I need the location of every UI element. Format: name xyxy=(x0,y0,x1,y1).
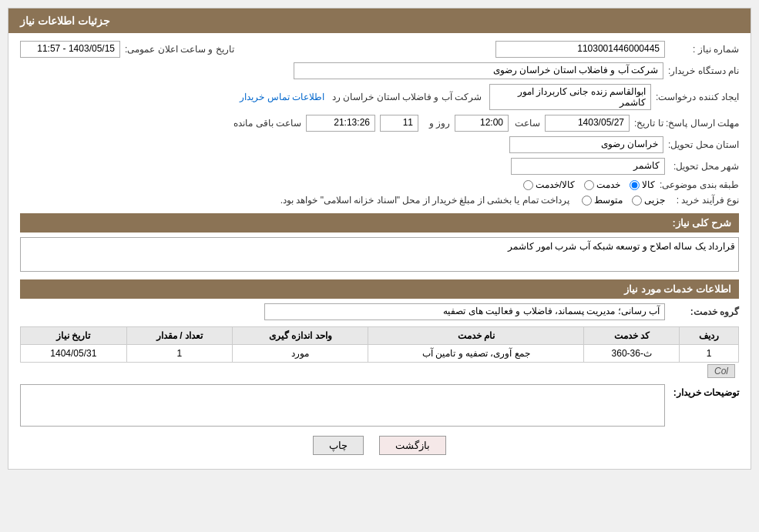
city-label: شهر محل تحویل: xyxy=(670,161,739,172)
cell-row-num: 1 xyxy=(680,345,739,363)
buttons-row: بازگشت چاپ xyxy=(20,436,739,455)
row-send-date: مهلت ارسال پاسخ: تا تاریخ: 1403/05/27 سا… xyxy=(20,115,739,132)
buyer-value: شرکت آب و فاضلاب استان خراسان رضوی xyxy=(294,62,663,79)
purchase-type-radio-jozi[interactable] xyxy=(632,196,642,206)
province-value: خراسان رضوی xyxy=(509,136,663,153)
category-radio-khidmat[interactable] xyxy=(584,180,594,190)
city-value: کاشمر xyxy=(511,158,665,175)
purchase-type-note: پرداخت تمام یا بخشی از مبلغ خریدار از مح… xyxy=(280,195,569,206)
row-creator: ایجاد کننده درخواست: ابوالقاسم زنده جانی… xyxy=(20,84,739,110)
announce-label: تاریخ و ساعت اعلان عمومی: xyxy=(125,44,234,55)
services-table-container: ردیف کد خدمت نام خدمت واحد اندازه گیری ت… xyxy=(20,326,739,378)
description-row: قرارداد یک ساله اصلاح و توسعه شبکه آب شر… xyxy=(20,237,739,272)
need-number-label: شماره نیاز : xyxy=(670,44,739,55)
cell-code: ث-36-360 xyxy=(584,345,680,363)
category-radio-kala-khidmat[interactable] xyxy=(523,180,533,190)
send-day-label: روز و xyxy=(423,118,450,129)
row-city: شهر محل تحویل: کاشمر xyxy=(20,158,739,175)
cell-quantity: 1 xyxy=(126,345,233,363)
table-header-row: ردیف کد خدمت نام خدمت واحد اندازه گیری ت… xyxy=(21,327,739,345)
cell-date: 1404/05/31 xyxy=(21,345,127,363)
services-table: ردیف کد خدمت نام خدمت واحد اندازه گیری ت… xyxy=(20,326,739,363)
category-radio-group: کالا/خدمت خدمت کالا xyxy=(523,179,655,190)
buyer-notes-label: توضیحات خریدار: xyxy=(670,384,739,398)
send-time-label: ساعت xyxy=(513,118,540,129)
category-radio-kala[interactable] xyxy=(630,180,640,190)
col-badge: Col xyxy=(707,364,735,378)
category-label: طبقه بندی موضوعی: xyxy=(660,179,739,190)
page-wrapper: جزئیات اطلاعات نیاز شماره نیاز : 1103001… xyxy=(0,0,759,532)
send-day-value: 11 xyxy=(380,115,418,132)
creator-label: ایجاد کننده درخواست: xyxy=(656,92,739,102)
purchase-type-label: نوع فرآیند خرید : xyxy=(670,195,739,206)
announce-value: 1403/05/15 - 11:57 xyxy=(20,41,120,58)
col-header-date: تاریخ نیاز xyxy=(21,327,127,345)
purchase-type-mutavasset[interactable]: متوسط xyxy=(582,195,623,206)
back-button[interactable]: بازگشت xyxy=(379,436,446,455)
category-kala-khidmat[interactable]: کالا/خدمت xyxy=(523,179,575,190)
col-header-name: نام خدمت xyxy=(368,327,584,345)
row-category: طبقه بندی موضوعی: کالا/خدمت خدمت کالا xyxy=(20,179,739,190)
row-buyer: نام دستگاه خریدار: شرکت آب و فاضلاب استا… xyxy=(20,62,739,79)
category-khidmat[interactable]: خدمت xyxy=(584,179,620,190)
purchase-type-jozi[interactable]: جزیی xyxy=(632,195,665,206)
page-title: جزئیات اطلاعات نیاز xyxy=(8,8,751,33)
row-service-group: گروه خدمت: آب رسانی؛ مدیریت پسماند، فاضل… xyxy=(20,303,739,320)
cell-name: جمع آوری، تصفیه و تامین آب xyxy=(368,345,584,363)
purchase-type-radio-group: متوسط جزیی xyxy=(582,195,665,206)
buyer-label: نام دستگاه خریدار: xyxy=(668,65,739,76)
content-area: شماره نیاز : 1103001446000445 تاریخ و سا… xyxy=(8,33,751,469)
send-remaining-value: 21:13:26 xyxy=(306,115,375,132)
send-date-label: مهلت ارسال پاسخ: تا تاریخ: xyxy=(634,118,739,129)
description-textarea[interactable]: قرارداد یک ساله اصلاح و توسعه شبکه آب شر… xyxy=(20,237,739,272)
col-header-quantity: تعداد / مقدار xyxy=(126,327,233,345)
service-group-value: آب رسانی؛ مدیریت پسماند، فاضلاب و فعالیت… xyxy=(264,303,665,320)
cell-unit: مورد xyxy=(233,345,368,363)
creator-value: ابوالقاسم زنده جانی کاربرداز امور کاشمر xyxy=(489,84,651,110)
services-section-header: اطلاعات خدمات مورد نیاز xyxy=(20,279,739,299)
buyer-notes-textarea[interactable] xyxy=(20,384,665,427)
province-label: استان محل تحویل: xyxy=(668,139,739,150)
col-header-unit: واحد اندازه گیری xyxy=(233,327,368,345)
print-button[interactable]: چاپ xyxy=(313,436,364,455)
col-header-code: کد خدمت xyxy=(584,327,680,345)
send-remaining-label: ساعت باقی مانده xyxy=(232,118,301,129)
description-section-header: شرح کلی نیاز: xyxy=(20,213,739,233)
row-purchase-type: نوع فرآیند خرید : متوسط جزیی پرداخت تمام… xyxy=(20,195,739,206)
service-group-label: گروه خدمت: xyxy=(670,306,739,317)
category-kala[interactable]: کالا xyxy=(630,179,655,190)
col-header-row-num: ردیف xyxy=(680,327,739,345)
buyer-notes-row: توضیحات خریدار: xyxy=(20,384,739,427)
creator-link[interactable]: اطلاعات تماس خریدار xyxy=(240,92,324,102)
main-container: جزئیات اطلاعات نیاز شماره نیاز : 1103001… xyxy=(8,8,751,470)
send-time-value: 12:00 xyxy=(455,115,509,132)
send-date-value: 1403/05/27 xyxy=(545,115,630,132)
need-number-value: 1103001446000445 xyxy=(495,41,665,58)
row-province: استان محل تحویل: خراسان رضوی xyxy=(20,136,739,153)
purchase-type-radio-mutavasset[interactable] xyxy=(582,196,592,206)
table-row: 1 ث-36-360 جمع آوری، تصفیه و تامین آب مو… xyxy=(21,345,739,363)
row-need-number: شماره نیاز : 1103001446000445 تاریخ و سا… xyxy=(20,41,739,58)
